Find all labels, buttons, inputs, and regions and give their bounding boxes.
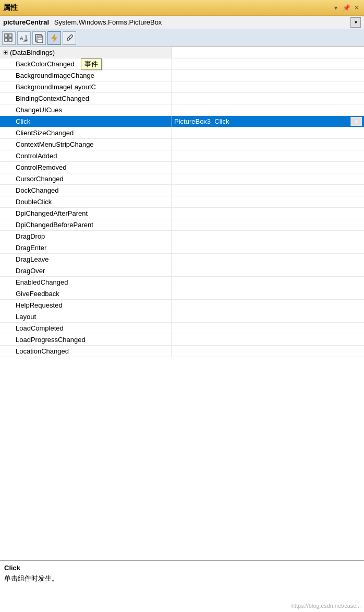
table-row[interactable]: ChangeUICues: [0, 104, 364, 116]
prop-name-text: DpiChangedAfterParent: [16, 209, 88, 217]
categorized-button[interactable]: [2, 31, 16, 45]
table-row[interactable]: GiveFeedback: [0, 288, 364, 300]
table-row[interactable]: LoadCompleted: [0, 323, 364, 334]
alphabetical-button[interactable]: A z: [17, 31, 31, 45]
table-row[interactable]: DockChanged: [0, 185, 364, 196]
table-row[interactable]: BackColorChanged事件: [0, 58, 364, 70]
table-row[interactable]: LocationChanged: [0, 346, 364, 357]
prop-value-cell: [172, 265, 364, 276]
prop-name-text: DockChanged: [16, 186, 58, 194]
toolbar: A z: [0, 29, 364, 47]
table-row[interactable]: BackgroundImageLayoutC: [0, 81, 364, 93]
wrench-icon: [65, 33, 74, 43]
prop-value-cell: [172, 219, 364, 230]
table-row[interactable]: BackgroundImageChange: [0, 70, 364, 81]
pin-icon[interactable]: 📌: [342, 4, 350, 12]
settings-button[interactable]: [63, 31, 76, 45]
table-row[interactable]: DoubleClick: [0, 196, 364, 208]
prop-name-text: DragLeave: [16, 255, 49, 263]
table-row[interactable]: CursorChanged: [0, 173, 364, 185]
table-row[interactable]: DpiChangedAfterParent: [0, 208, 364, 219]
expand-icon[interactable]: ⊞: [3, 49, 8, 56]
prop-name-cell: ControlAdded: [0, 150, 172, 161]
prop-name-text: BackColorChanged: [16, 60, 75, 68]
prop-value-dropdown[interactable]: ▾: [350, 117, 362, 126]
description-title: Click: [4, 564, 360, 572]
title-bar: 属性 ▾ 📌 ✕: [0, 0, 364, 16]
description-text: 单击组件时发生。: [4, 574, 360, 583]
table-row[interactable]: HelpRequested: [0, 300, 364, 311]
prop-name-text: HelpRequested: [16, 301, 63, 309]
prop-name-cell: Layout: [0, 311, 172, 322]
sort-alpha-icon: A z: [19, 33, 29, 43]
prop-name-text: ClientSizeChanged: [16, 129, 74, 137]
prop-name-cell: BackgroundImageChange: [0, 70, 172, 81]
prop-name-text: ContextMenuStripChange: [16, 140, 94, 148]
prop-name-text: LocationChanged: [16, 347, 69, 355]
table-row[interactable]: ContextMenuStripChange: [0, 139, 364, 150]
watermark-text: https://blog.csdn.net/casc...: [292, 603, 361, 609]
component-type: System.Windows.Forms.PictureBox: [54, 18, 162, 26]
prop-name-cell: LoadCompleted: [0, 323, 172, 334]
prop-name-cell: BackgroundImageLayoutC: [0, 81, 172, 92]
prop-name-cell: EnabledChanged: [0, 277, 172, 288]
table-row[interactable]: ⊞(DataBindings): [0, 47, 364, 58]
title-text: 属性: [3, 3, 18, 13]
prop-name-text: DragDrop: [16, 232, 45, 240]
svg-rect-0: [5, 34, 8, 37]
table-row[interactable]: LoadProgressChanged: [0, 334, 364, 346]
prop-value-cell[interactable]: PictureBox3_Click▾: [172, 116, 364, 127]
table-row[interactable]: BindingContextChanged: [0, 93, 364, 104]
prop-name-text: DpiChangedBeforeParent: [16, 221, 93, 229]
prop-name-cell: DockChanged: [0, 185, 172, 196]
prop-value-cell: [172, 254, 364, 265]
prop-value-cell: [172, 104, 364, 115]
prop-name-cell: DpiChangedBeforeParent: [0, 219, 172, 230]
properties-list[interactable]: ⊞(DataBindings)BackColorChanged事件Backgro…: [0, 47, 364, 560]
table-row[interactable]: DragOver: [0, 265, 364, 277]
svg-text:A: A: [20, 36, 23, 41]
table-row[interactable]: DragLeave: [0, 254, 364, 265]
prop-name-cell: ClientSizeChanged: [0, 127, 172, 138]
prop-name-text: Layout: [16, 313, 36, 321]
prop-value-cell: [172, 196, 364, 207]
prop-name-cell: HelpRequested: [0, 300, 172, 311]
prop-name-cell: ChangeUICues: [0, 104, 172, 115]
prop-name-text: BindingContextChanged: [16, 95, 89, 102]
watermark: https://blog.csdn.net/casc...: [0, 602, 364, 612]
close-icon[interactable]: ✕: [353, 4, 361, 12]
prop-name-cell: GiveFeedback: [0, 288, 172, 299]
prop-value-cell: [172, 334, 364, 345]
prop-value-text: PictureBox3_Click: [174, 117, 229, 125]
prop-name-cell: ControlRemoved: [0, 162, 172, 173]
dropdown-icon[interactable]: ▾: [332, 4, 340, 12]
prop-name-cell: DragLeave: [0, 254, 172, 265]
grid-icon: [4, 33, 14, 43]
table-row[interactable]: DragDrop: [0, 231, 364, 242]
table-row[interactable]: Layout: [0, 311, 364, 323]
prop-name-cell: DpiChangedAfterParent: [0, 208, 172, 219]
pages-icon: [34, 33, 44, 43]
prop-name-text: ControlAdded: [16, 152, 57, 160]
table-row[interactable]: ClientSizeChanged: [0, 127, 364, 139]
prop-value-cell: [172, 81, 364, 92]
table-row[interactable]: DragEnter: [0, 242, 364, 254]
prop-name-cell: BackColorChanged事件: [0, 58, 172, 69]
prop-value-cell: [172, 93, 364, 104]
description-panel: Click 单击组件时发生。: [0, 560, 364, 602]
property-pages-button[interactable]: [32, 31, 46, 45]
table-row[interactable]: EnabledChanged: [0, 277, 364, 288]
prop-value-cell: [172, 323, 364, 334]
prop-name-cell: DragOver: [0, 265, 172, 276]
prop-name-cell: ⊞(DataBindings): [0, 47, 172, 58]
table-row[interactable]: ClickPictureBox3_Click▾: [0, 116, 364, 127]
table-row[interactable]: DpiChangedBeforeParent: [0, 219, 364, 231]
prop-name-text: LoadCompleted: [16, 324, 64, 332]
events-button[interactable]: [47, 31, 61, 45]
component-dropdown-button[interactable]: ▾: [350, 17, 361, 28]
table-row[interactable]: ControlAdded: [0, 150, 364, 162]
prop-value-cell: [172, 346, 364, 357]
svg-rect-2: [5, 38, 8, 41]
table-row[interactable]: ControlRemoved: [0, 162, 364, 173]
prop-name-text: BackgroundImageLayoutC: [16, 83, 96, 91]
